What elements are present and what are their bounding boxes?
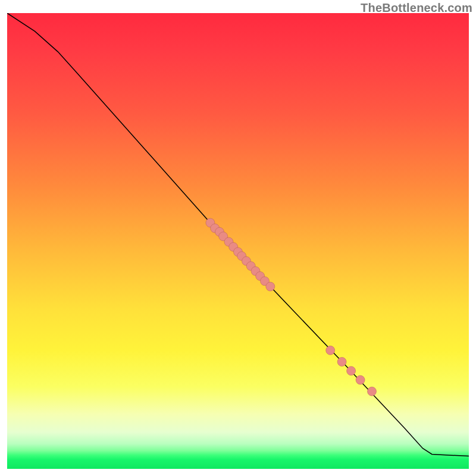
scatter-dot [347,367,356,375]
main-curve [7,13,469,456]
curve-overlay [7,13,469,469]
scatter-markers [206,218,377,396]
scatter-dot [266,282,275,291]
plot-area [7,13,469,469]
scatter-dot [337,358,346,367]
scatter-dot [356,375,365,384]
scatter-dot [326,346,335,355]
scatter-dot [368,387,377,396]
chart-container: TheBottleneck.com [0,0,476,476]
